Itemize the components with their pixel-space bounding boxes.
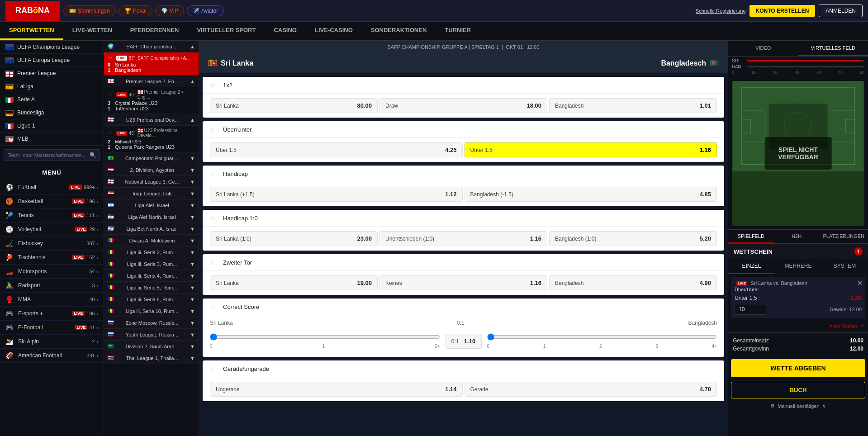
pokal-pill[interactable]: 🏆 Pokal [119, 5, 152, 16]
alles-loschen-x[interactable]: ✕ [860, 323, 864, 329]
bet-ungerade[interactable]: Ungerade 1.14 [210, 382, 463, 397]
tab-mehrere[interactable]: MEHRERE [775, 259, 821, 274]
star-hc[interactable]: ☆ [210, 170, 216, 177]
match-group-youth-russia[interactable]: 🇷🇺Youth League, Russia...▼ [104, 329, 199, 341]
bet-section-hc10-header[interactable]: ☆ Handicap 1:0 ∧ [203, 210, 724, 227]
sport-ski-alpin[interactable]: ⛷️ Ski Alpin 2 › [0, 335, 104, 349]
tab-turnier[interactable]: TURNIER [436, 22, 480, 40]
sport-fussball[interactable]: ⚽ Fußball LIVE 999+ › [0, 180, 104, 194]
tab-spielfeld[interactable]: SPIELFELD [728, 230, 774, 243]
tab-virtual-field[interactable]: VIRTUELLES FELD [798, 41, 868, 56]
tab-casino[interactable]: CASINO [265, 22, 306, 40]
vip-pill[interactable]: 💎 VIP [155, 5, 184, 16]
bet-section-cs-header[interactable]: ☆ Correct Score ∧ [203, 299, 724, 315]
sport-basketball[interactable]: 🏀 Basketball LIVE 196 › [0, 194, 104, 209]
bet-sl-hc10[interactable]: Sri Lanka (1:0) 23.00 [210, 231, 378, 246]
league-mlb[interactable]: 🇺🇸MLB [0, 133, 104, 146]
close-bet-button[interactable]: ✕ [857, 280, 863, 287]
tab-live-wetten[interactable]: LIVE-WETTEN [63, 22, 121, 40]
sport-american-football[interactable]: 🏈 American Football 231 › [0, 349, 104, 363]
bet-gerade[interactable]: Gerade 4.70 [465, 382, 717, 397]
bet-section-ou-header[interactable]: ☆ Über/Unter ∧ [203, 121, 724, 138]
league-ligue1[interactable]: 🇫🇷Ligue 1 [0, 119, 104, 133]
match-group-liga3-3[interactable]: 🇷🇴Liga iii, Seria 3, Rum...▼ [104, 258, 199, 270]
match-group-saudi[interactable]: 🇸🇦Division 2, Saudi Arab...▼ [104, 341, 199, 352]
star-ou[interactable]: ☆ [210, 126, 216, 133]
match-group-liga3-4[interactable]: 🇷🇴Liga iii, Seria 4, Rum...▼ [104, 270, 199, 282]
bet-unentschieden-hc10[interactable]: Unentschieden (1:0) 1.16 [379, 231, 547, 246]
bet-unter-1-5[interactable]: Unter 1.5 1.16 [465, 142, 717, 157]
match-group-liga3-10[interactable]: 🇷🇴Liga iii, Seria 10, Rum...▼ [104, 305, 199, 317]
match-group-liga3-2[interactable]: 🇷🇴Liga iii, Seria 2, Rum...▼ [104, 246, 199, 258]
cs-range-team1[interactable] [210, 333, 440, 341]
match-group-liga3-6[interactable]: 🇷🇴Liga iii, Seria 6, Rum...▼ [104, 294, 199, 305]
league-champions[interactable]: 🇪🇺UEFA Champions League [0, 41, 104, 54]
match-group-thai[interactable]: 🇹🇭Thai League 1, Thaila...▼ [104, 352, 199, 364]
match-group-premier2[interactable]: 🏴󠁧󠁢󠁥󠁮󠁧󠁿 Premier League 2, En... ▲ [104, 76, 199, 87]
sport-volleyball[interactable]: 🏐 Volleyball LIVE 29 › [0, 223, 104, 237]
match-srilanka-bangladesh[interactable]: ☆ LIVE 87' SAFF Championship • A... 0 Sr… [104, 52, 199, 76]
sport-efootball[interactable]: 🎮 E-Football LIVE 41 › [0, 321, 104, 335]
sport-motorsports[interactable]: 🏎️ Motorsports 54 › [0, 265, 104, 279]
star-1x2[interactable]: ☆ [210, 81, 216, 89]
match-group-saff[interactable]: 🌍 SAFF Championship,... ▲ [104, 41, 199, 52]
wette-abgeben-button[interactable]: WETTE ABGEBEN [731, 359, 865, 377]
match-group-zone-moscow[interactable]: 🇷🇺Zone Moscow, Russia...▼ [104, 317, 199, 329]
match-group-divizia[interactable]: 🇲🇩Divizia A, Moldawien▼ [104, 235, 199, 246]
bet-section-gu-header[interactable]: ☆ Gerade/ungerade ∧ [203, 360, 724, 377]
bet-bangladesh-hc[interactable]: Bangladesh (-1.5) 4.85 [465, 187, 717, 202]
star-icon-3[interactable]: ☆ [108, 130, 113, 136]
star-icon-2[interactable]: ☆ [108, 91, 113, 98]
star-cs[interactable]: ☆ [210, 303, 216, 310]
buch-button[interactable]: BUCH [731, 382, 865, 398]
star-hc10[interactable]: ☆ [210, 214, 216, 222]
match-crystal-tottenham[interactable]: ☆ LIVE 45' 🏴󠁧󠁢󠁥󠁮󠁧󠁿 Premier League 2 • En… [104, 87, 199, 114]
bet-section-1x2-header[interactable]: ☆ 1x2 ∧ [203, 77, 724, 94]
match-group-liga-alef-north[interactable]: 🇮🇱Liga Alef North, Israel▼ [104, 211, 199, 223]
bet-bd-zt[interactable]: Bangladesh 4.90 [549, 275, 717, 290]
stake-input[interactable] [735, 304, 766, 315]
bet-section-hc-header[interactable]: ☆ Handicap ∧ [203, 166, 724, 182]
tab-system[interactable]: SYSTEM [821, 259, 868, 274]
cs-center-odds[interactable]: 0:1 1.10 [446, 334, 482, 349]
tab-live-casino[interactable]: LIVE-CASINO [306, 22, 362, 40]
league-premier[interactable]: 🏴󠁧󠁢󠁥󠁮󠁧󠁿Premier League [0, 67, 104, 80]
cs-center-bet[interactable]: 0:1 1.10 [446, 334, 482, 349]
match-group-campeonato[interactable]: 🇧🇷Campeonato Potiguar,...▼ [104, 152, 199, 164]
league-bundesliga[interactable]: 🇩🇪Bundesliga [0, 106, 104, 119]
bet-uber-1-5[interactable]: Über 1.5 4.25 [210, 142, 463, 157]
bet-draw-1x2[interactable]: Draw 18.00 [379, 98, 547, 113]
alles-loschen[interactable]: Alles löschen ✕ [728, 321, 868, 331]
sport-esports[interactable]: 🎮 E-sports + LIVE 186 › [0, 307, 104, 321]
manuell-bestatigen-btn[interactable]: ⚙ Manuell bestätigen ∨ [728, 400, 868, 412]
schnelle-reg-link[interactable]: Schnelle Registrierung [696, 8, 746, 14]
konto-erstellen-button[interactable]: KONTO ERSTELLEN [749, 5, 816, 17]
sport-mma[interactable]: 🥊 MMA 40 › [0, 293, 104, 307]
league-europa[interactable]: 🇪🇺UEFA Europa League [0, 54, 104, 67]
match-millwall-qpr[interactable]: ☆ LIVE 45' 🏴󠁧󠁢󠁥󠁮󠁧󠁿 U23 Professional Deve… [104, 126, 199, 152]
match-group-national3[interactable]: 🏴󠁧󠁢󠁥󠁮󠁧󠁿National League 3, Ge...▼ [104, 176, 199, 188]
sport-eishockey[interactable]: 🏒 Eishockey 387 › [0, 237, 104, 251]
sport-tennis[interactable]: 🎾 Tennis LIVE 111 › [0, 209, 104, 223]
sport-radsport[interactable]: 🚴 Radsport 3 › [0, 279, 104, 293]
bet-bd-hc10[interactable]: Bangladesh (1:0) 5.20 [549, 231, 717, 246]
search-input[interactable] [4, 149, 100, 161]
bet-srilanka-hc[interactable]: Sri Lanka (+1.5) 1.12 [210, 187, 463, 202]
bet-sl-zt[interactable]: Sri Lanka 19.00 [210, 275, 378, 290]
star-gu[interactable]: ☆ [210, 365, 216, 372]
star-icon-1[interactable]: ☆ [108, 55, 113, 61]
sammlungen-pill[interactable]: 🎫 Sammlungen [63, 5, 116, 16]
tab-video[interactable]: VIDEO [728, 41, 798, 56]
star-zt[interactable]: ☆ [210, 259, 216, 266]
match-group-liga-bet[interactable]: 🇮🇱Liga Bet North A, Israel▼ [104, 223, 199, 235]
bet-keines-zt[interactable]: Keines 1.16 [379, 275, 547, 290]
tab-virtueller-sport[interactable]: VIRTUELLER SPORT [188, 22, 265, 40]
tab-einzel[interactable]: EINZEL [728, 259, 775, 274]
tab-platzierungen[interactable]: PLATZIERUNGEN [820, 230, 868, 243]
tab-pferderennen[interactable]: PFERDERENNEN [121, 22, 188, 40]
league-seriea[interactable]: 🇮🇹Serie A [0, 93, 104, 106]
tab-sportwetten[interactable]: SPORTWETTEN [0, 22, 63, 40]
league-laliga[interactable]: 🇪🇸LaLiga [0, 80, 104, 93]
bet-bangladesh-1x2[interactable]: Bangladesh 1.01 [549, 98, 717, 113]
tab-h2h[interactable]: H2H [774, 230, 820, 243]
